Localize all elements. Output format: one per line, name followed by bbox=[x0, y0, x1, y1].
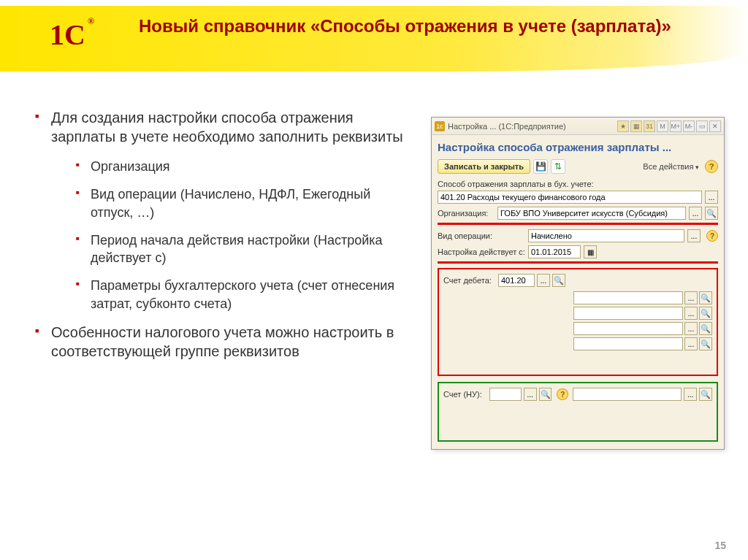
mplus-button[interactable]: M+ bbox=[670, 120, 682, 132]
tax-input[interactable] bbox=[489, 388, 522, 401]
datefrom-picker-icon[interactable]: ▦ bbox=[584, 245, 597, 258]
org-input[interactable]: ГОБУ ВПО Университет искусств (Субсидия) bbox=[497, 207, 686, 220]
org-search-icon[interactable]: 🔍 bbox=[705, 207, 718, 220]
tax-label: Счет (НУ): bbox=[443, 390, 487, 399]
save-icon[interactable]: 💾 bbox=[533, 159, 548, 174]
favorite-icon[interactable]: ★ bbox=[617, 120, 629, 132]
tax-sub-search-icon[interactable]: 🔍 bbox=[699, 388, 712, 401]
sub-1: Организация bbox=[76, 158, 415, 175]
sub-bullets: Организация Вид операции (Начислено, НДФ… bbox=[76, 158, 415, 312]
all-actions-dropdown[interactable]: Все действия bbox=[643, 162, 699, 171]
org-select-button[interactable]: ... bbox=[689, 207, 702, 220]
mminus-button[interactable]: M- bbox=[683, 120, 695, 132]
m-button[interactable]: M bbox=[657, 120, 668, 132]
subconto-3-input[interactable] bbox=[573, 322, 683, 335]
divider-2 bbox=[438, 261, 718, 264]
subconto-2-select[interactable]: ... bbox=[684, 307, 698, 320]
subconto-4-input[interactable] bbox=[573, 337, 683, 350]
titlebar: 1c Настройка ... (1С:Предприятие) ★ ▦ 31… bbox=[432, 118, 724, 135]
tax-select-button[interactable]: ... bbox=[524, 388, 537, 401]
divider-1 bbox=[438, 223, 718, 225]
bullet-1: Для создания настройки способа отражения… bbox=[35, 108, 415, 312]
calendar-icon[interactable]: 31 bbox=[644, 120, 655, 132]
method-select-button[interactable]: ... bbox=[705, 191, 718, 204]
window-title: Настройка ... (1С:Предприятие) bbox=[448, 122, 617, 131]
org-label: Организация: bbox=[438, 209, 495, 218]
app-icon: 1c bbox=[435, 121, 445, 131]
logo-1c: 1С® bbox=[40, 15, 95, 55]
reorder-icon[interactable]: ⇅ bbox=[551, 159, 565, 174]
optype-help-icon[interactable]: ? bbox=[706, 230, 718, 242]
tax-group: Счет (НУ): ... 🔍 ? ... 🔍 bbox=[438, 382, 718, 442]
subconto-2-input[interactable] bbox=[573, 307, 683, 320]
slide-title: Новый справочник «Способы отражения в уч… bbox=[139, 16, 671, 37]
debit-select-button[interactable]: ... bbox=[537, 274, 550, 287]
method-label: Способ отражения зарплаты в бух. учете: bbox=[438, 180, 718, 188]
subconto-4-select[interactable]: ... bbox=[684, 337, 698, 350]
tax-search-icon[interactable]: 🔍 bbox=[539, 388, 552, 401]
subconto-1-select[interactable]: ... bbox=[684, 291, 698, 304]
bullet-list: Для создания настройки способа отражения… bbox=[35, 108, 415, 371]
save-close-button[interactable]: Записать и закрыть bbox=[438, 159, 530, 174]
subconto-4-search-icon[interactable]: 🔍 bbox=[699, 337, 712, 350]
debit-search-icon[interactable]: 🔍 bbox=[552, 274, 565, 287]
minimize-button[interactable]: ▭ bbox=[696, 120, 708, 132]
form-title: Настройка способа отражения зарплаты ... bbox=[438, 141, 718, 153]
toolbar: Записать и закрыть 💾 ⇅ Все действия ? bbox=[438, 159, 718, 174]
optype-input[interactable]: Начислено bbox=[528, 229, 684, 242]
tax-sub-select[interactable]: ... bbox=[684, 388, 697, 401]
method-input[interactable]: 401.20 Расходы текущего финансового года bbox=[438, 191, 702, 204]
optype-select-button[interactable]: ... bbox=[687, 229, 701, 242]
page-number: 15 bbox=[714, 540, 726, 551]
subconto-2-search-icon[interactable]: 🔍 bbox=[699, 307, 712, 320]
subconto-3-search-icon[interactable]: 🔍 bbox=[699, 322, 712, 335]
debit-label: Счет дебета: bbox=[443, 276, 496, 285]
subconto-3-select[interactable]: ... bbox=[684, 322, 698, 335]
optype-label: Вид операции: bbox=[438, 231, 525, 240]
table-icon[interactable]: ▦ bbox=[630, 120, 642, 132]
sub-2: Вид операции (Начислено, НДФЛ, Ежегодный… bbox=[76, 185, 415, 221]
subconto-stack: ...🔍 ...🔍 ...🔍 ...🔍 bbox=[573, 291, 712, 350]
subconto-1-input[interactable] bbox=[573, 291, 683, 304]
bullet-1-text: Для создания настройки способа отражения… bbox=[51, 110, 403, 145]
debit-input[interactable]: 401.20 bbox=[498, 274, 535, 287]
tax-help-icon[interactable]: ? bbox=[557, 388, 568, 400]
bullet-2: Особенности налогового учета можно настр… bbox=[35, 323, 415, 361]
tax-sub-input[interactable] bbox=[573, 388, 682, 401]
sub-3: Период начала действия настройки (Настро… bbox=[76, 231, 415, 267]
datefrom-label: Настройка действует с: bbox=[438, 248, 525, 256]
app-window: 1c Настройка ... (1С:Предприятие) ★ ▦ 31… bbox=[431, 117, 725, 450]
sub-4: Параметры бухгалтерского учета (счет отн… bbox=[76, 277, 415, 312]
help-icon[interactable]: ? bbox=[705, 160, 718, 173]
datefrom-input[interactable]: 01.01.2015 bbox=[528, 245, 581, 258]
close-button[interactable]: ✕ bbox=[709, 120, 721, 132]
logo-text: 1С® bbox=[50, 18, 85, 52]
debit-group: Счет дебета: 401.20 ... 🔍 ...🔍 ...🔍 ...🔍… bbox=[438, 268, 718, 376]
subconto-1-search-icon[interactable]: 🔍 bbox=[699, 291, 712, 304]
